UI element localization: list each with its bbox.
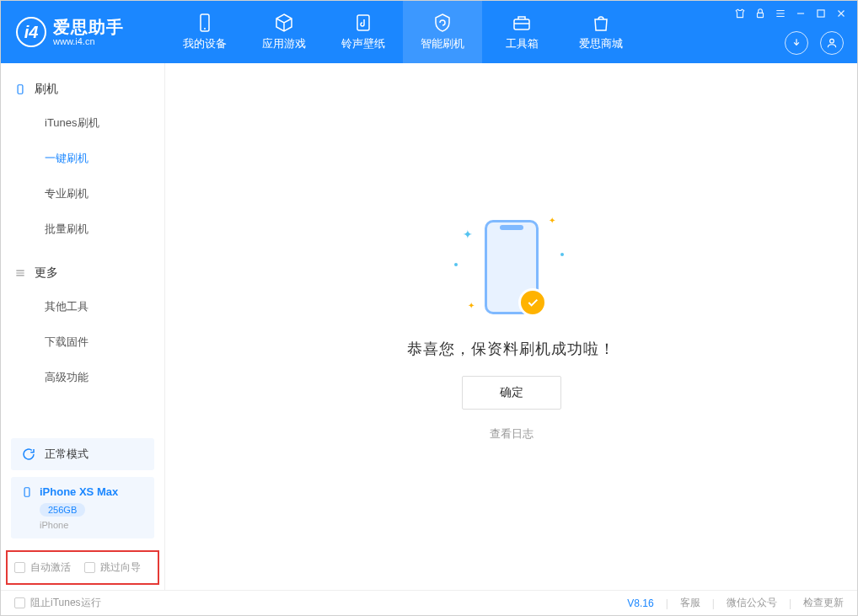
svg-rect-8 [24, 487, 29, 496]
device-storage: 256GB [40, 503, 85, 517]
shield-refresh-icon [432, 13, 453, 33]
svg-point-6 [830, 39, 834, 43]
maximize-icon[interactable] [815, 8, 827, 19]
device-type: iPhone [40, 520, 144, 530]
main-content: ✦ ✦ ✦ 恭喜您，保资料刷机成功啦！ 确定 查看日志 [165, 63, 857, 590]
menu-icon[interactable] [775, 8, 786, 19]
ok-button[interactable]: 确定 [462, 376, 561, 410]
sparkle-icon: ✦ [549, 216, 555, 225]
sidebar-section-flash: 刷机 [1, 78, 164, 105]
app-url: www.i4.cn [53, 36, 124, 46]
svg-rect-2 [357, 15, 369, 30]
checkbox-icon [14, 562, 25, 573]
lock-icon[interactable] [754, 8, 766, 19]
sidebar-item-pro-flash[interactable]: 专业刷机 [1, 176, 164, 212]
music-file-icon [353, 13, 373, 33]
checkbox-skip-wizard[interactable]: 跳过向导 [84, 560, 141, 575]
svg-rect-4 [758, 13, 764, 17]
svg-rect-7 [18, 85, 23, 94]
refresh-icon [21, 447, 36, 462]
user-button[interactable] [820, 31, 844, 55]
checkbox-auto-activate[interactable]: 自动激活 [14, 560, 71, 575]
mode-card[interactable]: 正常模式 [11, 438, 154, 470]
nav-tabs: 我的设备 应用游戏 铃声壁纸 智能刷机 工具箱 爱思商城 [165, 1, 641, 63]
minimize-icon[interactable] [795, 8, 807, 19]
titlebar-controls [734, 8, 847, 19]
device-icon [14, 83, 26, 95]
app-title: 爱思助手 [53, 18, 124, 36]
sidebar: 刷机 iTunes刷机 一键刷机 专业刷机 批量刷机 更多 其他工具 下载固件 … [1, 63, 165, 590]
svg-rect-3 [514, 19, 529, 29]
download-button[interactable] [785, 31, 808, 55]
view-log-link[interactable]: 查看日志 [490, 426, 534, 442]
check-badge-icon [518, 288, 547, 317]
dot-icon [454, 263, 458, 266]
sidebar-item-download-firmware[interactable]: 下载固件 [1, 324, 164, 360]
sparkle-icon: ✦ [468, 301, 475, 310]
list-icon [14, 267, 26, 279]
sidebar-item-oneclick-flash[interactable]: 一键刷机 [1, 141, 164, 176]
dot-icon [560, 253, 564, 256]
checkbox-icon [84, 562, 95, 573]
sparkle-icon: ✦ [463, 228, 473, 241]
logo-icon: i4 [16, 17, 46, 47]
footer-link-support[interactable]: 客服 [680, 596, 700, 610]
sidebar-item-advanced[interactable]: 高级功能 [1, 360, 164, 395]
header: i4 爱思助手 www.i4.cn 我的设备 应用游戏 铃声壁纸 智能刷机 工具… [1, 1, 857, 63]
tab-smart-flash[interactable]: 智能刷机 [403, 1, 482, 63]
device-card[interactable]: iPhone XS Max 256GB iPhone [11, 477, 154, 538]
version-label: V8.16 [627, 597, 653, 609]
sidebar-item-other-tools[interactable]: 其他工具 [1, 289, 164, 324]
tab-apps-games[interactable]: 应用游戏 [244, 1, 324, 63]
svg-rect-5 [818, 10, 824, 17]
tab-toolbox[interactable]: 工具箱 [482, 1, 561, 63]
bag-icon [591, 13, 611, 33]
checkbox-block-itunes[interactable]: 阻止iTunes运行 [14, 596, 101, 610]
device-name: iPhone XS Max [40, 485, 118, 498]
tshirt-icon[interactable] [734, 8, 746, 19]
phone-small-icon [21, 486, 33, 498]
logo[interactable]: i4 爱思助手 www.i4.cn [1, 17, 165, 47]
sidebar-item-batch-flash[interactable]: 批量刷机 [1, 212, 164, 247]
footer-link-update[interactable]: 检查更新 [803, 596, 844, 610]
success-illustration: ✦ ✦ ✦ [453, 212, 571, 322]
tab-my-device[interactable]: 我的设备 [165, 1, 244, 63]
svg-point-1 [204, 28, 206, 29]
checkbox-icon [14, 597, 25, 608]
sidebar-item-itunes-flash[interactable]: iTunes刷机 [1, 105, 164, 141]
close-icon[interactable] [835, 8, 847, 19]
header-actions [785, 31, 844, 55]
footer: 阻止iTunes运行 V8.16 | 客服 | 微信公众号 | 检查更新 [1, 590, 857, 615]
tab-store[interactable]: 爱思商城 [561, 1, 641, 63]
toolbox-icon [512, 13, 532, 33]
tab-ringtones[interactable]: 铃声壁纸 [324, 1, 403, 63]
footer-link-wechat[interactable]: 微信公众号 [727, 596, 777, 610]
phone-icon [195, 13, 215, 33]
cube-icon [274, 13, 294, 33]
sidebar-section-more: 更多 [1, 262, 164, 289]
success-message: 恭喜您，保资料刷机成功啦！ [407, 339, 615, 359]
highlighted-checkbox-row: 自动激活 跳过向导 [6, 550, 159, 585]
